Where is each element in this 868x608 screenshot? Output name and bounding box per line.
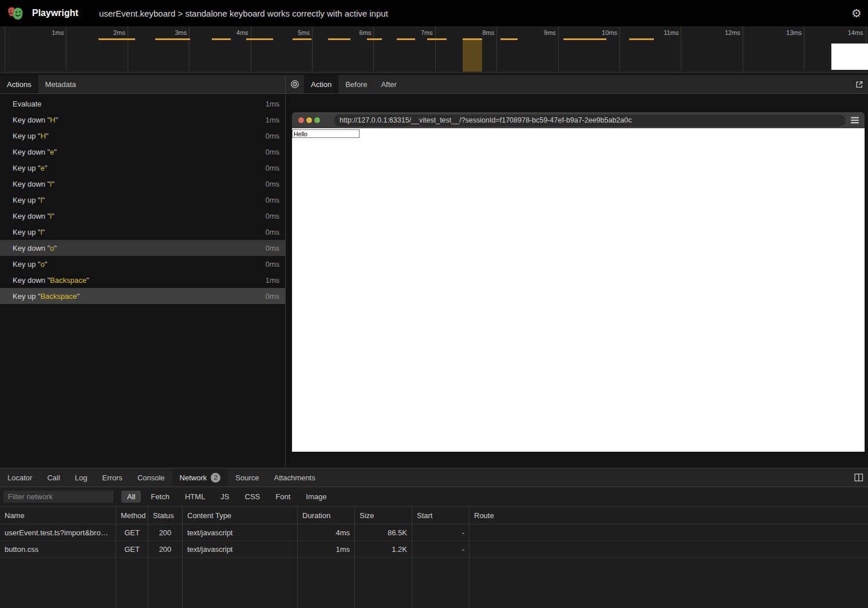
tab-after[interactable]: After: [374, 75, 403, 93]
action-quote: ": [45, 164, 48, 172]
action-label: Key down ": [13, 116, 50, 124]
timeline-action-marker[interactable]: [212, 38, 231, 40]
action-quote: ": [54, 244, 57, 252]
tab-label: Network: [180, 473, 207, 482]
network-header-cell: Size: [355, 507, 412, 524]
filter-chip-js[interactable]: JS: [215, 491, 235, 503]
action-row[interactable]: Key down "o"0ms: [0, 240, 285, 256]
timeline-action-marker[interactable]: [500, 38, 518, 40]
timeline-action-marker[interactable]: [155, 38, 190, 40]
action-row[interactable]: Key down "l"0ms: [0, 208, 285, 224]
timeline-action-marker[interactable]: [397, 38, 415, 40]
action-row[interactable]: Key up "e"0ms: [0, 160, 285, 176]
tab-errors[interactable]: Errors: [94, 468, 129, 487]
timeline-action-marker[interactable]: [328, 38, 350, 40]
actions-metadata-tabbar: ActionsMetadata: [0, 75, 285, 94]
action-key: e: [50, 148, 54, 156]
filter-chip-fetch[interactable]: Fetch: [145, 491, 175, 503]
tab-log[interactable]: Log: [68, 468, 95, 487]
tab-call[interactable]: Call: [40, 468, 67, 487]
action-row[interactable]: Key up "l"0ms: [0, 224, 285, 240]
filter-chip-image[interactable]: Image: [300, 491, 332, 503]
action-row[interactable]: Key up "l"0ms: [0, 192, 285, 208]
tab-attachments[interactable]: Attachments: [266, 468, 322, 487]
tab-label: Attachments: [274, 473, 315, 482]
timeline-action-marker[interactable]: [427, 38, 447, 40]
timeline[interactable]: 1ms2ms3ms4ms5ms6ms7ms8ms9ms10ms11ms12ms1…: [0, 26, 868, 73]
action-duration: 1ms: [265, 116, 279, 124]
tab-actions[interactable]: Actions: [0, 75, 38, 93]
action-row[interactable]: Key up "o"0ms: [0, 256, 285, 272]
filter-chip-all[interactable]: All: [121, 491, 141, 503]
action-row[interactable]: Key down "Backspace"1ms: [0, 272, 285, 288]
window-dot-green: [314, 117, 320, 123]
timeline-ruler-cell: [0, 26, 5, 72]
network-table-body: userEvent.test.ts?import&bro…GET200text/…: [0, 524, 868, 608]
tab-before[interactable]: Before: [338, 75, 374, 93]
tab-metadata[interactable]: Metadata: [38, 75, 83, 93]
network-empty-cell: [298, 558, 355, 608]
timeline-action-marker[interactable]: [367, 38, 382, 40]
filter-chip-html[interactable]: HTML: [179, 491, 211, 503]
filter-chip-font[interactable]: Font: [270, 491, 296, 503]
network-header-cell: Route: [469, 507, 868, 524]
action-row[interactable]: Key down "l"0ms: [0, 176, 285, 192]
action-row[interactable]: Key down "H"1ms: [0, 112, 285, 128]
timeline-action-marker[interactable]: [563, 38, 606, 40]
bottom-panel: LocatorCallLogErrorsConsoleNetwork2Sourc…: [0, 468, 868, 608]
network-filter-input[interactable]: [3, 491, 113, 503]
action-row[interactable]: Key up "Backspace"0ms: [0, 288, 285, 304]
timeline-action-marker[interactable]: [98, 38, 135, 40]
action-label: Key up ": [13, 196, 41, 204]
window-dot-red: [298, 117, 304, 123]
tab-source[interactable]: Source: [228, 468, 266, 487]
tab-label: Actions: [7, 80, 31, 89]
action-quote: ": [45, 260, 48, 269]
tab-label: Errors: [102, 473, 122, 482]
timeline-tick-label: 10ms: [602, 29, 617, 36]
action-row[interactable]: Key up "H"0ms: [0, 128, 285, 144]
settings-gear-icon[interactable]: ⚙: [851, 7, 862, 19]
network-empty-cell: [148, 558, 183, 608]
actions-list: Evaluate1msKey down "H"1msKey up "H"0msK…: [0, 94, 285, 468]
action-row[interactable]: Evaluate1ms: [0, 96, 285, 112]
action-duration: 0ms: [265, 132, 279, 140]
timeline-action-marker[interactable]: [629, 38, 654, 40]
action-duration: 0ms: [265, 260, 279, 269]
action-quote: ": [77, 292, 80, 301]
network-header-cell: Start: [412, 507, 469, 524]
tab-network[interactable]: Network2: [172, 468, 228, 487]
action-duration: 1ms: [265, 100, 279, 108]
timeline-tick-label: 9ms: [544, 29, 556, 36]
open-snapshot-external-icon[interactable]: [855, 75, 868, 93]
tab-label: Metadata: [45, 80, 76, 89]
timeline-action-marker[interactable]: [293, 38, 311, 40]
pick-locator-target-icon[interactable]: [286, 75, 304, 93]
timeline-ruler-cell: 12ms: [681, 26, 743, 72]
tab-locator[interactable]: Locator: [0, 468, 40, 487]
tab-action[interactable]: Action: [304, 75, 338, 93]
network-row[interactable]: userEvent.test.ts?import&bro…GET200text/…: [0, 524, 868, 541]
timeline-tick-label: 6ms: [360, 29, 372, 36]
bottom-tabs: LocatorCallLogErrorsConsoleNetwork2Sourc…: [0, 468, 323, 487]
timeline-tick-label: 2ms: [113, 29, 125, 36]
tab-label: Source: [235, 473, 259, 482]
snapshot-tabbar: ActionBeforeAfter: [286, 75, 868, 94]
layout-columns-icon[interactable]: [854, 468, 868, 487]
network-cell-route: [469, 524, 868, 540]
tab-console[interactable]: Console: [130, 468, 172, 487]
network-cell-start: -: [412, 524, 469, 540]
text-input[interactable]: [292, 129, 360, 138]
main-split: ActionsMetadata Evaluate1msKey down "H"1…: [0, 75, 868, 468]
filter-chip-css[interactable]: CSS: [239, 491, 266, 503]
timeline-tick-label: 1ms: [52, 29, 64, 36]
timeline-screenshot-thumbnail[interactable]: [831, 44, 868, 70]
network-header-cell: Method: [116, 507, 148, 524]
timeline-selected-range[interactable]: [463, 38, 482, 72]
network-cell-route: [469, 541, 868, 557]
browser-menu-icon[interactable]: [850, 117, 859, 124]
timeline-ruler-cell: 11ms: [620, 26, 681, 72]
network-row[interactable]: button.cssGET200text/javascript1ms1.2K-: [0, 541, 868, 558]
timeline-action-marker[interactable]: [246, 38, 273, 40]
action-row[interactable]: Key down "e"0ms: [0, 144, 285, 160]
